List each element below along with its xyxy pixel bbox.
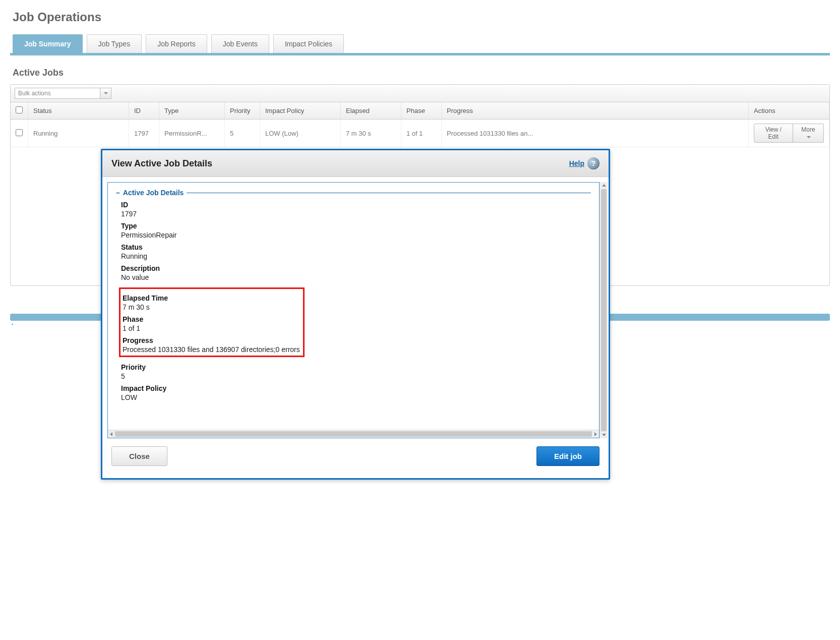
col-priority[interactable]: Priority — [225, 102, 260, 120]
fieldset-title: – Active Job Details — [116, 189, 591, 197]
detail-status: Status Running — [121, 243, 591, 260]
chevron-down-icon — [104, 92, 108, 94]
tab-job-types[interactable]: Job Types — [87, 34, 142, 53]
dialog-header: View Active Job Details Help ? — [102, 150, 609, 177]
tab-job-reports[interactable]: Job Reports — [146, 34, 207, 53]
col-actions: Actions — [749, 102, 829, 120]
chevron-down-icon — [807, 136, 811, 138]
bulk-actions-dropdown-button[interactable] — [100, 88, 111, 99]
col-phase[interactable]: Phase — [401, 102, 442, 120]
jobs-table: Status ID Type Priority Impact Policy El… — [11, 102, 829, 147]
cell-progress: Processed 1031330 files an... — [442, 120, 749, 147]
cell-phase: 1 of 1 — [401, 120, 442, 147]
tab-job-events[interactable]: Job Events — [211, 34, 269, 53]
detail-description: Description No value — [121, 264, 591, 281]
cell-elapsed: 7 m 30 s — [341, 120, 401, 147]
dialog-help: Help ? — [569, 157, 599, 169]
detail-elapsed: Elapsed Time 7 m 30 s — [123, 294, 300, 311]
table-row[interactable]: Running 1797 PermissionR... 5 LOW (Low) … — [11, 120, 829, 147]
page-title: Job Operations — [13, 10, 830, 24]
detail-phase: Phase 1 of 1 — [123, 315, 300, 332]
row-actions: View / Edit More — [754, 124, 824, 143]
cell-priority: 5 — [225, 120, 260, 147]
cell-id: 1797 — [129, 120, 159, 147]
detail-type: Type PermissionRepair — [121, 222, 591, 239]
tab-impact-policies[interactable]: Impact Policies — [273, 34, 344, 53]
bulk-actions-input[interactable] — [15, 88, 100, 99]
detail-id: ID 1797 — [121, 201, 591, 218]
col-id[interactable]: ID — [129, 102, 159, 120]
help-icon[interactable]: ? — [587, 157, 599, 169]
bulk-actions-select[interactable] — [15, 88, 111, 99]
panel-toolbar — [11, 85, 829, 102]
dialog-body: – Active Job Details ID 1797 Type Permis… — [107, 182, 599, 341]
tabs: Job Summary Job Types Job Reports Job Ev… — [10, 34, 830, 55]
dialog-title: View Active Job Details — [111, 158, 212, 169]
col-progress[interactable]: Progress — [442, 102, 749, 120]
col-type[interactable]: Type — [159, 102, 225, 120]
col-elapsed[interactable]: Elapsed — [341, 102, 401, 120]
tab-job-summary[interactable]: Job Summary — [13, 34, 83, 53]
view-edit-button[interactable]: View / Edit — [754, 124, 793, 143]
highlight-annotation: Elapsed Time 7 m 30 s Phase 1 of 1 Progr… — [119, 287, 305, 341]
more-button[interactable]: More — [793, 124, 824, 143]
help-link[interactable]: Help — [569, 159, 584, 167]
view-job-details-dialog: View Active Job Details Help ? – Active … — [101, 149, 610, 341]
cell-status: Running — [28, 120, 129, 147]
col-status[interactable]: Status — [28, 102, 129, 120]
row-checkbox[interactable] — [16, 129, 23, 136]
col-impact-policy[interactable]: Impact Policy — [260, 102, 341, 120]
cell-impact-policy: LOW (Low) — [260, 120, 341, 147]
detail-progress: Progress Processed 1031330 files and 136… — [123, 336, 300, 341]
section-title: Active Jobs — [13, 68, 830, 78]
vertical-scrollbar[interactable] — [599, 182, 608, 341]
select-all-checkbox[interactable] — [16, 106, 23, 113]
cell-type: PermissionR... — [159, 120, 225, 147]
